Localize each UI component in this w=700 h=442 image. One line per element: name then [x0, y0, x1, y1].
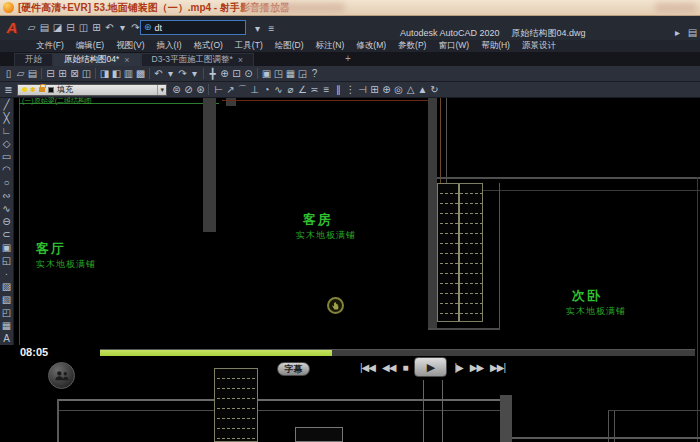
revcloud-icon[interactable]: ∾ — [0, 189, 13, 202]
expand-icon[interactable]: ▸ — [672, 26, 683, 39]
dim-edit-icon[interactable]: △ — [405, 83, 416, 96]
qat-menu-icon[interactable]: ≡ — [266, 22, 277, 35]
saveas-icon[interactable]: ◪ — [52, 21, 63, 34]
designcenter-icon[interactable]: ◳ — [273, 67, 284, 80]
plot-icon[interactable]: ⊟ — [65, 21, 76, 34]
hatch-icon[interactable]: ▨ — [0, 280, 13, 293]
redo-icon[interactable]: ↷ — [177, 67, 188, 80]
dim-text-edit-icon[interactable]: ▲ — [417, 83, 428, 96]
menu-item-1[interactable]: 编辑(E) — [70, 40, 110, 52]
dim-continue-icon[interactable]: ∥ — [333, 83, 344, 96]
gradient-icon[interactable]: ▧ — [0, 293, 13, 306]
dim-space-icon[interactable]: ⋮ — [345, 83, 356, 96]
layer-properties-icon[interactable]: ≣ — [3, 83, 14, 96]
tab-close-icon[interactable]: × — [238, 56, 243, 65]
center-mark-icon[interactable]: ⊕ — [381, 83, 392, 96]
dim-diameter-icon[interactable]: ⌀ — [285, 83, 296, 96]
autocad-logo-icon[interactable]: A — [2, 18, 22, 38]
forward-button[interactable]: ▶▶ — [470, 362, 483, 373]
copy-icon[interactable]: ◨ — [99, 67, 110, 80]
rewind-button[interactable]: ◀◀ — [382, 362, 395, 373]
dim-jogged-icon[interactable]: ∿ — [273, 83, 284, 96]
dim-arc-icon[interactable]: ⌒ — [237, 83, 248, 96]
table-icon[interactable]: ▦ — [0, 319, 13, 332]
pan-icon[interactable]: ╋ — [207, 67, 218, 80]
save-icon[interactable]: ▤ — [27, 67, 38, 80]
dim-linear-icon[interactable]: ⊢ — [213, 83, 224, 96]
new-icon[interactable]: ▯ — [3, 67, 14, 80]
dim-inspect-icon[interactable]: ◎ — [393, 83, 404, 96]
skip-end-button[interactable]: ▶▶| — [490, 362, 505, 373]
match-properties-icon[interactable]: ▩ — [135, 67, 146, 80]
sheetset-icon[interactable]: ◲ — [297, 67, 308, 80]
arc-icon[interactable]: ◠ — [0, 163, 13, 176]
layer-match-icon[interactable]: ⊜ — [171, 83, 182, 96]
dim-ordinate-icon[interactable]: ⊥ — [249, 83, 260, 96]
ellipse-icon[interactable]: ⊖ — [0, 215, 13, 228]
step-button[interactable]: |▶ — [454, 362, 462, 373]
dim-break-icon[interactable]: ⊣ — [357, 83, 368, 96]
community-button[interactable] — [48, 362, 75, 389]
doc-icon[interactable]: ▤ — [687, 26, 698, 39]
region-icon[interactable]: ◰ — [0, 306, 13, 319]
polygon-icon[interactable]: ◇ — [0, 137, 13, 150]
undo-caret-icon[interactable]: ▾ — [117, 21, 128, 34]
spline-icon[interactable]: ∿ — [0, 202, 13, 215]
zoom-previous-icon[interactable]: ⊙ — [243, 67, 254, 80]
rectangle-icon[interactable]: ▭ — [0, 150, 13, 163]
ellipse-arc-icon[interactable]: ⊂ — [0, 228, 13, 241]
polyline-icon[interactable]: ∟ — [0, 124, 13, 137]
new-tab-button[interactable]: + — [340, 53, 356, 65]
layer-states-icon[interactable]: ⊛ — [195, 83, 206, 96]
layer-previous-icon[interactable]: ⊘ — [183, 83, 194, 96]
doc-tab-1[interactable]: 原始结构图04*× — [53, 53, 141, 66]
progress-bar[interactable] — [100, 349, 695, 356]
menu-item-4[interactable]: 格式(O) — [188, 40, 229, 52]
command-search-field[interactable]: ⊛ dt — [140, 20, 246, 35]
plot-icon[interactable]: ⊟ — [45, 67, 56, 80]
dim-radius-icon[interactable]: ◔ — [261, 83, 272, 96]
menu-item-5[interactable]: 工具(T) — [229, 40, 269, 52]
dim-aligned-icon[interactable]: ↗ — [225, 83, 236, 96]
open-icon[interactable]: ▱ — [26, 21, 37, 34]
undo-caret-icon[interactable]: ▾ — [165, 67, 176, 80]
subtitle-button[interactable]: 字幕 — [277, 362, 310, 376]
help-icon[interactable]: ? — [309, 67, 320, 80]
dim-quick-icon[interactable]: ≍ — [309, 83, 320, 96]
dim-baseline-icon[interactable]: ≡ — [321, 83, 332, 96]
preview-icon[interactable]: ⊞ — [57, 67, 68, 80]
transmit-icon[interactable]: ◫ — [81, 67, 92, 80]
doc-tab-0[interactable]: 开始 — [14, 53, 53, 66]
open-icon[interactable]: ▱ — [15, 67, 26, 80]
menu-item-12[interactable]: 源景设计 — [516, 40, 562, 52]
layer-combo[interactable]: ✱ 填充 ▾ — [17, 84, 167, 96]
menu-item-9[interactable]: 参数(P) — [392, 40, 432, 52]
menu-item-0[interactable]: 文件(F) — [30, 40, 70, 52]
menu-item-10[interactable]: 窗口(W) — [432, 40, 475, 52]
skip-start-button[interactable]: |◀◀ — [360, 362, 375, 373]
search-caret-icon[interactable]: ▾ — [252, 22, 263, 35]
paste-icon[interactable]: ◧ — [111, 67, 122, 80]
dim-update-icon[interactable]: ↻ — [429, 83, 440, 96]
menu-item-8[interactable]: 修改(M) — [350, 40, 392, 52]
dim-angular-icon[interactable]: ∠ — [297, 83, 308, 96]
menu-item-7[interactable]: 标注(N) — [310, 40, 351, 52]
circle-icon[interactable]: ○ — [0, 176, 13, 189]
menu-item-6[interactable]: 绘图(D) — [269, 40, 310, 52]
doc-tab-2[interactable]: D3-3平面施工图调整*× — [141, 53, 255, 66]
point-icon[interactable]: ∙ — [0, 267, 13, 280]
tool-palettes-icon[interactable]: ▦ — [285, 67, 296, 80]
properties-icon[interactable]: ▣ — [261, 67, 272, 80]
save-icon[interactable]: ▤ — [39, 21, 50, 34]
tab-close-icon[interactable]: × — [124, 56, 129, 65]
play-button[interactable]: ▶ — [414, 357, 447, 377]
menu-item-11[interactable]: 帮助(H) — [475, 40, 516, 52]
menu-item-2[interactable]: 视图(V) — [110, 40, 150, 52]
insert-block-icon[interactable]: ▣ — [0, 241, 13, 254]
redo-caret-icon[interactable]: ▾ — [189, 67, 200, 80]
undo-icon[interactable]: ↶ — [104, 21, 115, 34]
cad-canvas[interactable]: (一)原始梁(二维结构图 客厅 实 — [0, 98, 700, 442]
zoom-window-icon[interactable]: ⊡ — [231, 67, 242, 80]
stop-button[interactable]: ■ — [402, 362, 407, 373]
print-icon[interactable]: ⊞ — [91, 21, 102, 34]
